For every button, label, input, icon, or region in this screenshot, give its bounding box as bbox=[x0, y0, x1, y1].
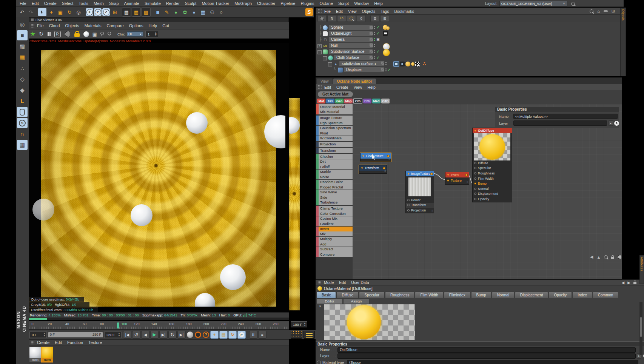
object-row-camera[interactable]: ├ ⚇ Camera ▣ bbox=[316, 37, 620, 43]
object-row-octanelight[interactable]: ├ OctaneLight ✓ bbox=[316, 31, 620, 37]
collapse-icon[interactable]: ▼ bbox=[447, 173, 450, 177]
resize-handle[interactable]: ⠿ bbox=[431, 210, 433, 213]
resize-handle[interactable]: ⠿ bbox=[384, 170, 386, 173]
tab-displacement[interactable]: Displacement bbox=[515, 292, 548, 298]
attribute-scrollbar[interactable] bbox=[639, 302, 642, 355]
channel-count-field[interactable]: 1▲▼ bbox=[145, 31, 158, 37]
mat-menu-function[interactable]: Function bbox=[67, 340, 83, 345]
layer-field[interactable] bbox=[337, 353, 636, 359]
record-rotation-icon[interactable]: ↻ bbox=[228, 331, 237, 339]
lock-resolution-icon[interactable] bbox=[74, 33, 80, 37]
node-type-item[interactable]: Gradient bbox=[316, 221, 353, 226]
gear-icon[interactable] bbox=[618, 255, 622, 259]
om-menu-file[interactable]: File bbox=[324, 9, 331, 14]
goto-end-button[interactable]: ▶| bbox=[177, 331, 186, 339]
record-parameter-icon[interactable]: P bbox=[237, 331, 246, 339]
history-forward-icon[interactable]: ▶ bbox=[627, 281, 630, 285]
am-menu-mode[interactable]: Mode bbox=[324, 280, 334, 285]
frame-start-field[interactable]: 0 F▲▼ bbox=[29, 332, 47, 338]
material-thumbnail[interactable]: OctD bbox=[29, 347, 41, 362]
node-type-item[interactable]: Image Texture bbox=[316, 116, 353, 120]
node-type-item[interactable]: Side bbox=[316, 195, 353, 200]
expand-icon[interactable]: ⊞ bbox=[612, 9, 615, 14]
mat-menu-texture[interactable]: Texture bbox=[88, 340, 102, 345]
octane-logo[interactable]: S bbox=[305, 8, 313, 16]
lock-icon[interactable] bbox=[633, 282, 636, 284]
lv-menu-gui[interactable]: Gui bbox=[162, 23, 169, 28]
name-field[interactable]: OctDiffuse bbox=[337, 347, 636, 353]
cat-tex[interactable]: Tex bbox=[326, 99, 334, 103]
node-floattexture[interactable]: ▼FloatTexture ⠿ bbox=[360, 153, 391, 162]
workplane-lock-icon[interactable]: ▦ bbox=[17, 140, 28, 150]
node-type-item[interactable]: Multiply bbox=[316, 237, 353, 242]
node-type-item[interactable]: Falloff bbox=[316, 164, 353, 169]
tab-normal[interactable]: Normal bbox=[492, 292, 515, 298]
octane-tag-icon[interactable] bbox=[411, 62, 414, 66]
node-type-item[interactable]: W Coordinate bbox=[316, 136, 353, 141]
deformer-icon[interactable]: ✿ bbox=[181, 8, 189, 16]
kernel-icon[interactable] bbox=[30, 31, 35, 37]
name-field[interactable]: <<Multiple Values>> bbox=[513, 114, 618, 119]
node-imagetexture[interactable]: ▼ImageTexture Power Transform Projection… bbox=[405, 171, 434, 213]
environment-icon[interactable]: ● bbox=[190, 8, 198, 16]
subtab-editor[interactable]: Editor bbox=[316, 298, 343, 304]
lv-menu-help[interactable]: Help bbox=[149, 23, 157, 28]
node-type-item[interactable]: Compare bbox=[316, 252, 353, 257]
om-menu-objects[interactable]: Objects bbox=[362, 9, 376, 14]
am-menu-edit[interactable]: Edit bbox=[339, 280, 346, 285]
om-menu-tags[interactable]: Tags bbox=[381, 9, 389, 14]
viewport-nav-icon[interactable] bbox=[17, 107, 28, 117]
node-type-item[interactable]: Float bbox=[316, 131, 353, 136]
material-type-select[interactable]: Glossy bbox=[347, 360, 638, 364]
menu-character[interactable]: Character bbox=[257, 1, 275, 6]
om-menu-view[interactable]: View bbox=[348, 9, 357, 14]
uv-mode-icon[interactable]: ▦ bbox=[17, 52, 28, 62]
cat-emi[interactable]: Emi bbox=[363, 99, 371, 103]
resize-handle[interactable]: ⠿ bbox=[467, 181, 468, 184]
output-port[interactable] bbox=[383, 167, 385, 170]
tab-filmindex[interactable]: Filmindex bbox=[444, 292, 471, 298]
render-view-icon[interactable]: ▦ bbox=[122, 8, 131, 17]
timeline-ruler[interactable]: 0 20 40 60 80 100 120 140 160 180 200 22… bbox=[29, 321, 289, 330]
menu-select[interactable]: Select bbox=[62, 1, 74, 6]
current-frame-field[interactable]: 100 F▲▼ bbox=[291, 321, 307, 327]
snap-icon[interactable]: S bbox=[17, 118, 28, 128]
texture-mode-icon[interactable]: ▩ bbox=[17, 41, 28, 51]
input-port[interactable] bbox=[474, 188, 476, 190]
generator-icon[interactable]: ● bbox=[172, 8, 180, 16]
x-axis-button[interactable]: X bbox=[86, 8, 93, 16]
attributes-side-tab[interactable]: Attributes bbox=[639, 255, 644, 284]
collapse-icon[interactable]: ▼ bbox=[407, 172, 410, 176]
search-icon[interactable] bbox=[604, 255, 608, 259]
polygons-mode-icon[interactable]: ◆ bbox=[17, 85, 28, 95]
collapse-icon[interactable]: ▼ bbox=[474, 129, 477, 133]
home-icon[interactable]: ⌂ bbox=[597, 9, 600, 14]
tab-bump[interactable]: Bump bbox=[471, 292, 491, 298]
cat-oth[interactable]: Oth bbox=[353, 98, 362, 104]
edges-mode-icon[interactable]: ◇ bbox=[17, 74, 28, 84]
add-cube-icon[interactable]: ■ bbox=[154, 8, 162, 16]
node-transform[interactable]: ▼Transform ⠿ bbox=[359, 165, 387, 174]
ne-menu-view[interactable]: View bbox=[354, 85, 362, 89]
mat-menu-create[interactable]: Create bbox=[37, 340, 49, 345]
cat-med[interactable]: Med bbox=[372, 99, 381, 103]
node-type-item[interactable]: Projection bbox=[316, 142, 353, 147]
om-menu-edit[interactable]: Edit bbox=[336, 9, 343, 14]
menu-script[interactable]: Script bbox=[338, 1, 349, 6]
tab-roughness[interactable]: Roughness bbox=[385, 292, 415, 298]
restart-render-icon[interactable]: ↻ bbox=[39, 31, 44, 37]
layer-browse-button[interactable]: ▸ bbox=[609, 120, 613, 126]
layer-pick-icon[interactable] bbox=[614, 121, 619, 126]
collapse-icon[interactable]: − bbox=[317, 50, 322, 54]
menu-window[interactable]: Window bbox=[354, 1, 369, 6]
node-type-item[interactable]: Ridged Fractal bbox=[316, 185, 353, 190]
node-octdiffuse[interactable]: ▼OctDiffuse Diffuse Specular Roughness F… bbox=[472, 128, 512, 202]
get-active-mat-button[interactable]: Get Active Mat bbox=[318, 91, 353, 97]
ne-menu-edit[interactable]: Edit bbox=[324, 85, 331, 89]
om-null-icon[interactable]: L0 bbox=[337, 15, 346, 22]
collapse-preview-icon[interactable]: ▼ bbox=[319, 305, 322, 308]
input-port[interactable] bbox=[474, 162, 476, 164]
goto-start-button[interactable]: |◀ bbox=[123, 331, 131, 339]
input-port[interactable] bbox=[474, 193, 476, 195]
history-back-icon[interactable]: ◀ bbox=[590, 254, 593, 259]
